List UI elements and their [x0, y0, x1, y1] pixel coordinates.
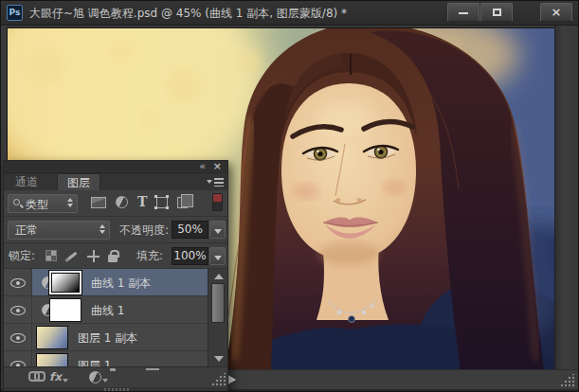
panel-drag-handle[interactable] [104, 388, 129, 391]
title-bar[interactable]: Ps 大眼仔~旭 调色教程.psd @ 45% (曲线 1 副本, 图层蒙版/8… [1, 1, 578, 26]
fill-dropdown-button[interactable] [209, 247, 226, 265]
lock-position-icon[interactable] [87, 250, 100, 262]
filter-kind-dropdown[interactable]: 类型 [8, 194, 78, 213]
adjustment-dropdown-arrow-icon [102, 379, 108, 383]
gradient-mask-thumbnail[interactable] [49, 271, 81, 294]
lock-pixels-icon[interactable] [65, 249, 79, 262]
layer-row-curves-1[interactable]: 曲线 1 [4, 296, 208, 324]
filter-type-layers-icon[interactable]: T [137, 196, 147, 208]
image-thumbnail[interactable] [36, 326, 68, 349]
opacity-value-field[interactable]: 50% [172, 221, 208, 239]
canvas-right-gutter [554, 26, 579, 392]
layer-style-fx-button[interactable]: fx [49, 370, 62, 383]
maximize-button[interactable] [480, 3, 513, 22]
fill-label: 填充: [136, 248, 163, 264]
filter-on-off-toggle[interactable] [212, 193, 223, 211]
scrollbar-thumb[interactable] [211, 283, 225, 323]
visibility-cell[interactable] [4, 269, 32, 295]
layers-scrollbar[interactable] [208, 269, 227, 366]
tab-layers[interactable]: 图层 [57, 173, 100, 190]
eye-icon[interactable] [10, 306, 26, 315]
white-mask-thumbnail[interactable] [49, 298, 81, 322]
visibility-cell[interactable] [4, 324, 32, 350]
lock-label: 锁定: [9, 248, 35, 264]
opacity-label: 不透明度: [119, 223, 169, 239]
search-icon [13, 199, 20, 205]
panel-bottom-strip[interactable] [4, 387, 227, 392]
scroll-up-icon[interactable] [214, 274, 224, 279]
layers-list: 曲线 1 副本 曲线 1 图层 1 副本 图层 1 [4, 269, 227, 366]
close-button[interactable]: × [540, 3, 572, 22]
eye-icon[interactable] [10, 333, 26, 343]
layer-name[interactable]: 曲线 1 副本 [91, 276, 151, 292]
document-title: 大眼仔~旭 调色教程.psd @ 45% (曲线 1 副本, 图层蒙版/8) * [29, 6, 347, 22]
photoshop-window: Ps 大眼仔~旭 调色教程.psd @ 45% (曲线 1 副本, 图层蒙版/8… [0, 0, 579, 392]
window-resize-grip[interactable] [560, 374, 575, 387]
tab-channels[interactable]: 通道 [6, 173, 47, 190]
fill-value-field[interactable]: 100% [172, 247, 208, 265]
layer-name[interactable]: 图层 1 副本 [78, 330, 137, 347]
eye-icon[interactable] [10, 278, 26, 288]
layer-name[interactable]: 曲线 1 [91, 303, 124, 319]
app-icon: Ps [7, 5, 23, 21]
filter-shape-layers-icon[interactable] [156, 197, 168, 208]
panel-menu-icon[interactable] [207, 177, 224, 187]
close-panel-icon[interactable]: × [213, 160, 222, 172]
layers-panel: « × 通道 图层 类型 T 正常 [3, 160, 228, 391]
layer-row-curves-1-copy[interactable]: 曲线 1 副本 [4, 269, 208, 296]
filter-kind-label: 类型 [26, 196, 48, 213]
opacity-dropdown-button[interactable] [209, 221, 226, 239]
maximize-icon [493, 9, 501, 16]
blend-mode-dropdown[interactable]: 正常 [8, 221, 110, 240]
panel-tabs: 通道 图层 [4, 173, 227, 190]
filter-row: 类型 T [4, 190, 227, 217]
blend-row: 正常 不透明度: 50% [4, 217, 227, 243]
collapse-panel-icon[interactable]: « [199, 160, 205, 172]
panel-resize-grip[interactable] [211, 373, 226, 386]
dropdown-updown-icon [100, 224, 105, 234]
panel-header-bar[interactable]: « × [4, 161, 227, 173]
fx-dropdown-arrow-icon [63, 379, 68, 383]
lock-transparency-icon[interactable] [45, 250, 57, 261]
filter-smart-objects-icon[interactable] [177, 197, 188, 208]
filter-adjustment-layers-icon[interactable] [116, 196, 128, 208]
lock-row: 锁定: 填充: 100% [4, 243, 227, 269]
minimize-button[interactable] [447, 3, 479, 22]
filter-pixel-layers-icon[interactable] [91, 197, 106, 208]
layer-row-layer-1-copy[interactable]: 图层 1 副本 [4, 324, 208, 351]
minimize-icon [459, 12, 468, 14]
dropdown-updown-icon [67, 198, 73, 207]
blend-mode-value: 正常 [15, 223, 38, 237]
lock-all-icon[interactable] [108, 255, 118, 262]
new-adjustment-layer-icon[interactable] [89, 371, 101, 383]
layers-footer-toolbar: fx [4, 366, 227, 387]
scroll-down-icon[interactable] [214, 356, 224, 362]
visibility-cell[interactable] [4, 296, 32, 323]
